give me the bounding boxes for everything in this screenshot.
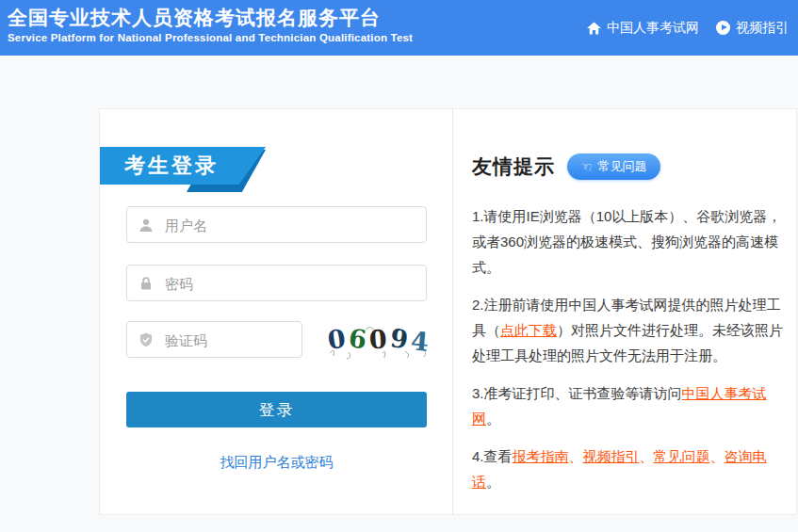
tips-title: 友情提示 — [472, 153, 555, 180]
tip-item-2: 2.注册前请使用中国人事考试网提供的照片处理工具（点此下载）对照片文件进行处理。… — [472, 292, 794, 368]
home-icon — [587, 22, 601, 35]
banner-title: 考生登录 — [100, 147, 266, 185]
user-icon — [138, 218, 154, 233]
tip-text: 。 — [486, 411, 500, 427]
captcha-digit: 9 — [388, 323, 409, 354]
tip-separator: 、 — [710, 448, 725, 464]
captcha-input[interactable] — [163, 322, 300, 359]
captcha-digit: 0 — [326, 324, 348, 355]
nav-cpta-label: 中国人事考试网 — [607, 20, 699, 37]
tip-text: 3.准考证打印、证书查验等请访问 — [472, 385, 682, 401]
page-subtitle: Service Platform for National Profession… — [8, 32, 413, 43]
play-icon — [716, 21, 730, 35]
faq-button[interactable]: ☜ 常见问题 — [567, 153, 660, 180]
captcha-digit: 6 — [348, 323, 368, 354]
captcha-image[interactable]: 0 6 0 9 4 — [324, 320, 435, 360]
header: 全国专业技术人员资格考试报名服务平台 Service Platform for … — [0, 0, 798, 56]
video-guide-link[interactable]: 视频指引 — [583, 448, 640, 464]
tip-item-4: 4.查看报考指南、视频指引、常见问题、咨询电话。 — [472, 443, 794, 494]
tips-panel: 友情提示 ☜ 常见问题 1.请使用IE浏览器（10以上版本）、谷歌浏览器，或者3… — [453, 109, 797, 514]
nav-video-label: 视频指引 — [736, 20, 789, 37]
captcha-field-wrap — [126, 321, 302, 358]
header-nav: 中国人事考试网 视频指引 — [587, 0, 789, 56]
page: 全国专业技术人员资格考试报名服务平台 Service Platform for … — [0, 0, 798, 532]
login-panel: 考生登录 — [100, 109, 453, 514]
tips-list: 1.请使用IE浏览器（10以上版本）、谷歌浏览器，或者360浏览器的极速模式、搜… — [472, 203, 794, 507]
nav-link-cpta[interactable]: 中国人事考试网 — [587, 20, 699, 37]
exam-guide-link[interactable]: 报考指南 — [513, 448, 569, 464]
faq-link[interactable]: 常见问题 — [654, 448, 710, 464]
shield-check-icon — [138, 332, 154, 347]
tip-text: 1.请使用IE浏览器（10以上版本）、谷歌浏览器，或者360浏览器的极速模式、搜… — [472, 208, 781, 275]
captcha-digit: 4 — [410, 326, 430, 357]
nav-link-video[interactable]: 视频指引 — [716, 20, 789, 37]
username-field-wrap — [126, 206, 427, 243]
password-field-wrap — [126, 265, 427, 301]
page-title: 全国专业技术人员资格考试报名服务平台 — [8, 5, 381, 31]
login-button[interactable]: 登录 — [126, 392, 427, 427]
tip-separator: 、 — [640, 448, 654, 464]
tip-text: 4.查看 — [472, 448, 513, 464]
username-input[interactable] — [163, 207, 424, 244]
tip-separator: 、 — [569, 448, 583, 464]
forgot-credentials-link[interactable]: 找回用户名或密码 — [100, 454, 453, 472]
tip-item-3: 3.准考证打印、证书查验等请访问中国人事考试网。 — [472, 380, 794, 431]
faq-button-label: 常见问题 — [598, 158, 647, 175]
pointing-hand-icon: ☜ — [579, 159, 594, 174]
tip-item-1: 1.请使用IE浏览器（10以上版本）、谷歌浏览器，或者360浏览器的极速模式、搜… — [472, 203, 794, 280]
tip-text: 。 — [486, 474, 500, 490]
download-tool-link[interactable]: 点此下载 — [500, 322, 557, 338]
captcha-digit: 0 — [368, 324, 388, 354]
login-banner: 考生登录 — [100, 147, 365, 194]
password-input[interactable] — [163, 266, 424, 302]
tips-header: 友情提示 ☜ 常见问题 — [472, 153, 660, 180]
main-card: 考生登录 — [99, 108, 797, 515]
lock-icon — [138, 276, 154, 291]
